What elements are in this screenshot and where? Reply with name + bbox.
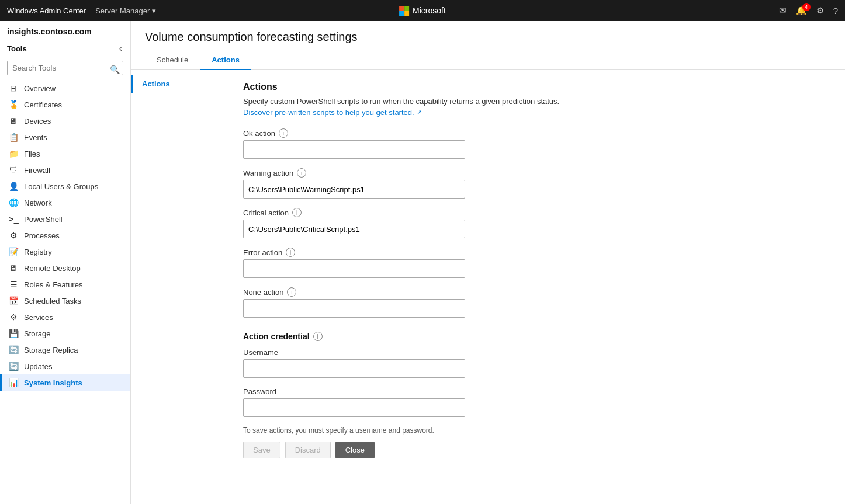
sidebar-item-label: Storage Replica bbox=[24, 346, 78, 354]
search-tools-input[interactable] bbox=[7, 61, 123, 75]
collapse-sidebar-button[interactable]: ‹ bbox=[118, 42, 123, 55]
sidebar-item-devices[interactable]: 🖥 Devices bbox=[0, 113, 130, 129]
server-manager-dropdown[interactable]: Server Manager ▾ bbox=[95, 6, 156, 15]
mail-icon[interactable]: ✉ bbox=[779, 5, 787, 16]
sidebar-item-services[interactable]: ⚙ Services bbox=[0, 309, 130, 325]
sidebar-item-events[interactable]: 📋 Events bbox=[0, 129, 130, 145]
sidebar-item-system-insights[interactable]: 📊 System Insights bbox=[0, 374, 130, 391]
sidebar-item-label: Processes bbox=[24, 231, 60, 240]
warning-action-info-icon[interactable]: i bbox=[297, 168, 306, 178]
sidebar-item-label: Network bbox=[24, 199, 52, 207]
server-manager-label: Server Manager bbox=[95, 6, 150, 15]
microsoft-label: Microsoft bbox=[413, 6, 446, 15]
error-action-label: Error action bbox=[243, 248, 282, 257]
sidebar-item-overview[interactable]: ⊟ Overview bbox=[0, 80, 130, 96]
sidebar-item-label: Scheduled Tasks bbox=[24, 297, 81, 305]
storage-icon: 💾 bbox=[9, 329, 18, 338]
sidebar-item-updates[interactable]: 🔄 Updates bbox=[0, 358, 130, 374]
warning-action-label: Warning action bbox=[243, 169, 293, 178]
sidebar-item-powershell[interactable]: >_ PowerShell bbox=[0, 211, 130, 227]
tabs: Schedule Actions bbox=[145, 51, 831, 69]
ms-square-green bbox=[404, 6, 409, 11]
certificates-icon: 🏅 bbox=[9, 100, 18, 109]
updates-icon: 🔄 bbox=[9, 362, 18, 371]
discover-link-text: Discover pre-written scripts to help you… bbox=[243, 108, 414, 117]
sidebar-item-label: Certificates bbox=[24, 100, 62, 109]
ok-action-info-icon[interactable]: i bbox=[279, 128, 288, 138]
notification-badge: 4 bbox=[802, 3, 811, 11]
topbar: Windows Admin Center Server Manager ▾ Mi… bbox=[0, 0, 845, 21]
sidebar-item-label: Storage bbox=[24, 329, 51, 338]
discard-button[interactable]: Discard bbox=[285, 442, 331, 458]
devices-icon: 🖥 bbox=[9, 116, 18, 126]
services-icon: ⚙ bbox=[9, 312, 18, 322]
password-label-row: Password bbox=[243, 387, 826, 396]
settings-icon[interactable]: ⚙ bbox=[816, 5, 824, 16]
discover-link[interactable]: Discover pre-written scripts to help you… bbox=[243, 108, 422, 117]
sidebar-item-certificates[interactable]: 🏅 Certificates bbox=[0, 96, 130, 113]
tab-schedule[interactable]: Schedule bbox=[145, 51, 200, 70]
none-action-info-icon[interactable]: i bbox=[287, 287, 296, 297]
sidebar-item-label: Registry bbox=[24, 248, 52, 256]
topbar-left: Windows Admin Center Server Manager ▾ bbox=[7, 6, 156, 15]
firewall-icon: 🛡 bbox=[9, 165, 18, 175]
error-action-info-icon[interactable]: i bbox=[286, 248, 295, 257]
subnav-item-actions[interactable]: Actions bbox=[131, 75, 224, 93]
critical-action-field: Critical action i bbox=[243, 208, 826, 238]
ms-square-red bbox=[399, 6, 404, 11]
ms-square-blue bbox=[399, 11, 404, 16]
username-input[interactable] bbox=[243, 359, 465, 378]
form-area: Actions Actions Specify custom PowerShel… bbox=[131, 70, 845, 504]
main-layout: insights.contoso.com Tools ‹ 🔍 ⊟ Overvie… bbox=[0, 21, 845, 504]
username-field: Username bbox=[243, 348, 826, 378]
sidebar-item-storage[interactable]: 💾 Storage bbox=[0, 325, 130, 342]
search-icon[interactable]: 🔍 bbox=[110, 65, 120, 74]
roles-features-icon: ☰ bbox=[9, 280, 18, 289]
sidebar-item-label: Firewall bbox=[24, 166, 50, 175]
bell-icon[interactable]: 🔔 4 bbox=[796, 5, 807, 16]
warning-action-input[interactable] bbox=[243, 180, 465, 199]
help-icon[interactable]: ? bbox=[833, 6, 838, 16]
search-tools-container: 🔍 bbox=[0, 58, 130, 80]
close-button[interactable]: Close bbox=[335, 442, 375, 458]
footer-buttons: Save Discard Close bbox=[243, 442, 826, 458]
powershell-icon: >_ bbox=[9, 214, 18, 224]
sidebar-item-scheduled-tasks[interactable]: 📅 Scheduled Tasks bbox=[0, 293, 130, 309]
error-action-field: Error action i bbox=[243, 248, 826, 278]
topbar-right: ✉ 🔔 4 ⚙ ? bbox=[779, 5, 838, 16]
credential-title-row: Action credential i bbox=[243, 332, 826, 341]
app-title[interactable]: Windows Admin Center bbox=[7, 6, 86, 15]
password-input[interactable] bbox=[243, 398, 465, 417]
chevron-down-icon: ▾ bbox=[152, 6, 156, 15]
critical-action-input[interactable] bbox=[243, 220, 465, 238]
error-action-input[interactable] bbox=[243, 259, 465, 278]
sidebar-item-label: Remote Desktop bbox=[24, 264, 81, 273]
remote-desktop-icon: 🖥 bbox=[9, 263, 18, 273]
ok-action-input[interactable] bbox=[243, 140, 465, 159]
sidebar: insights.contoso.com Tools ‹ 🔍 ⊟ Overvie… bbox=[0, 21, 131, 504]
files-icon: 📁 bbox=[9, 149, 18, 158]
processes-icon: ⚙ bbox=[9, 231, 18, 240]
sidebar-item-firewall[interactable]: 🛡 Firewall bbox=[0, 162, 130, 178]
sidebar-item-local-users-groups[interactable]: 👤 Local Users & Groups bbox=[0, 178, 130, 194]
save-warning: To save actions, you must specify a user… bbox=[243, 426, 826, 435]
sidebar-item-network[interactable]: 🌐 Network bbox=[0, 194, 130, 211]
sidebar-item-roles-features[interactable]: ☰ Roles & Features bbox=[0, 276, 130, 293]
sidebar-item-registry[interactable]: 📝 Registry bbox=[0, 244, 130, 260]
external-link-icon: ↗ bbox=[417, 109, 422, 116]
sidebar-item-remote-desktop[interactable]: 🖥 Remote Desktop bbox=[0, 260, 130, 276]
sidebar-item-processes[interactable]: ⚙ Processes bbox=[0, 227, 130, 244]
none-action-label: None action bbox=[243, 288, 283, 297]
events-icon: 📋 bbox=[9, 133, 18, 142]
sidebar-item-storage-replica[interactable]: 🔄 Storage Replica bbox=[0, 342, 130, 358]
critical-action-info-icon[interactable]: i bbox=[292, 208, 302, 217]
registry-icon: 📝 bbox=[9, 247, 18, 256]
none-action-label-row: None action i bbox=[243, 287, 826, 297]
tab-actions[interactable]: Actions bbox=[200, 51, 251, 70]
none-action-input[interactable] bbox=[243, 299, 465, 318]
save-button[interactable]: Save bbox=[243, 442, 280, 458]
sidebar-item-label: System Insights bbox=[24, 378, 82, 387]
username-label: Username bbox=[243, 348, 278, 357]
credential-info-icon[interactable]: i bbox=[313, 332, 323, 341]
sidebar-item-files[interactable]: 📁 Files bbox=[0, 145, 130, 162]
